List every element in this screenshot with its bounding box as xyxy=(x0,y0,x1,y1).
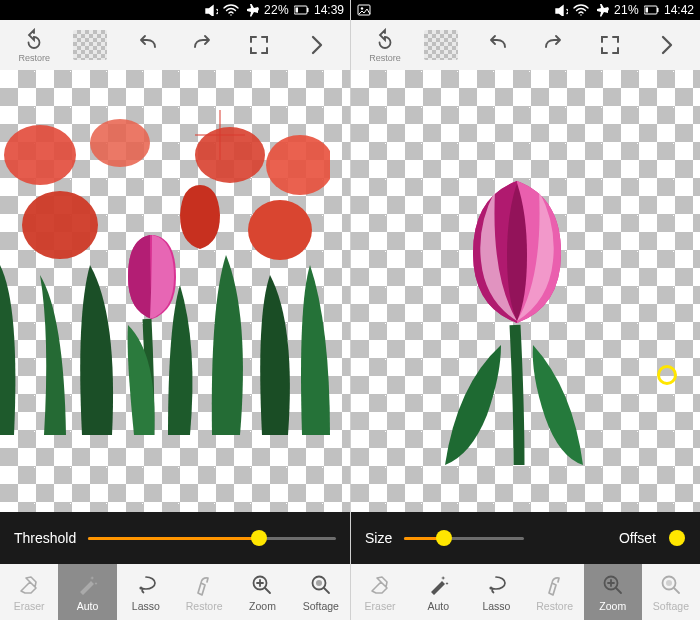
transparency-icon xyxy=(424,30,458,60)
battery-icon xyxy=(644,4,659,16)
next-icon xyxy=(654,33,678,57)
offset-label: Offset xyxy=(619,530,656,546)
tool-zoom[interactable]: Zoom xyxy=(584,564,642,620)
lasso-icon xyxy=(134,573,158,597)
tool-softage: Softage xyxy=(642,564,700,620)
restore-icon xyxy=(192,573,216,597)
transparency-button[interactable] xyxy=(62,30,118,60)
tool-zoom[interactable]: Zoom xyxy=(233,564,291,620)
top-toolbar: Restore xyxy=(351,20,700,70)
tool-eraser: Eraser xyxy=(0,564,58,620)
bottom-toolbar: EraserAutoLassoRestoreZoomSoftage xyxy=(351,564,700,620)
threshold-label: Threshold xyxy=(14,530,76,546)
restore-button[interactable]: Restore xyxy=(6,28,62,63)
clock: 14:42 xyxy=(664,3,694,17)
undo-button[interactable] xyxy=(469,33,525,57)
airplane-icon xyxy=(244,4,259,17)
wifi-icon xyxy=(573,4,589,16)
battery-pct: 22% xyxy=(264,3,289,17)
size-slider[interactable] xyxy=(404,528,524,548)
left-screenshot: 22% 14:39 Restore xyxy=(0,0,350,620)
canvas-area[interactable] xyxy=(0,70,350,512)
tool-restore: Restore xyxy=(175,564,233,620)
slider-panel: Threshold xyxy=(0,512,350,564)
restore-button[interactable]: Restore xyxy=(357,28,413,63)
svg-point-11 xyxy=(195,127,265,183)
tool-auto[interactable]: Auto xyxy=(58,564,116,620)
battery-pct: 21% xyxy=(614,3,639,17)
restore-icon xyxy=(22,28,46,52)
airplane-icon xyxy=(594,4,609,17)
mute-icon xyxy=(554,4,568,16)
restore-icon xyxy=(543,573,567,597)
slider-panel: Size Offset xyxy=(351,512,700,564)
tool-auto[interactable]: Auto xyxy=(409,564,467,620)
eraser-icon xyxy=(17,573,41,597)
redo-button[interactable] xyxy=(526,33,582,57)
status-bar: 21% 14:42 xyxy=(351,0,700,20)
next-button[interactable] xyxy=(288,33,344,57)
expand-button[interactable] xyxy=(231,33,287,57)
redo-button[interactable] xyxy=(175,33,231,57)
tool-softage[interactable]: Softage xyxy=(292,564,350,620)
battery-icon xyxy=(294,4,309,16)
transparency-button[interactable] xyxy=(413,30,469,60)
softage-icon xyxy=(659,573,683,597)
zoom-cursor-ring xyxy=(657,365,677,385)
next-button[interactable] xyxy=(638,33,694,57)
lasso-icon xyxy=(484,573,508,597)
redo-icon xyxy=(542,33,566,57)
tool-eraser: Eraser xyxy=(351,564,409,620)
image-icon xyxy=(357,4,371,16)
tool-lasso[interactable]: Lasso xyxy=(467,564,525,620)
svg-point-14 xyxy=(248,200,312,260)
undo-icon xyxy=(485,33,509,57)
svg-point-10 xyxy=(90,119,150,167)
expand-button[interactable] xyxy=(582,33,638,57)
tool-restore: Restore xyxy=(526,564,584,620)
next-icon xyxy=(304,33,328,57)
single-tulip-graphic xyxy=(441,175,611,465)
redo-icon xyxy=(191,33,215,57)
undo-button[interactable] xyxy=(119,33,175,57)
expand-icon xyxy=(598,33,622,57)
eraser-icon xyxy=(368,573,392,597)
undo-icon xyxy=(135,33,159,57)
transparency-icon xyxy=(73,30,107,60)
wifi-icon xyxy=(223,4,239,16)
mute-icon xyxy=(204,4,218,16)
right-screenshot: 21% 14:42 Restore xyxy=(350,0,700,620)
offset-slider[interactable] xyxy=(668,528,686,548)
restore-icon xyxy=(373,28,397,52)
clock: 14:39 xyxy=(314,3,344,17)
tool-lasso[interactable]: Lasso xyxy=(117,564,175,620)
zoom-icon xyxy=(601,573,625,597)
expand-icon xyxy=(247,33,271,57)
zoom-icon xyxy=(250,573,274,597)
auto-icon xyxy=(426,573,450,597)
svg-point-13 xyxy=(22,191,98,259)
canvas-area[interactable] xyxy=(351,70,700,512)
auto-icon xyxy=(75,573,99,597)
size-label: Size xyxy=(365,530,392,546)
tulip-field-graphic xyxy=(0,115,330,435)
bottom-toolbar: EraserAutoLassoRestoreZoomSoftage xyxy=(0,564,350,620)
softage-icon xyxy=(309,573,333,597)
threshold-slider[interactable] xyxy=(88,528,336,548)
status-bar: 22% 14:39 xyxy=(0,0,350,20)
top-toolbar: Restore xyxy=(0,20,350,70)
svg-point-12 xyxy=(266,135,330,195)
svg-point-9 xyxy=(4,125,76,185)
